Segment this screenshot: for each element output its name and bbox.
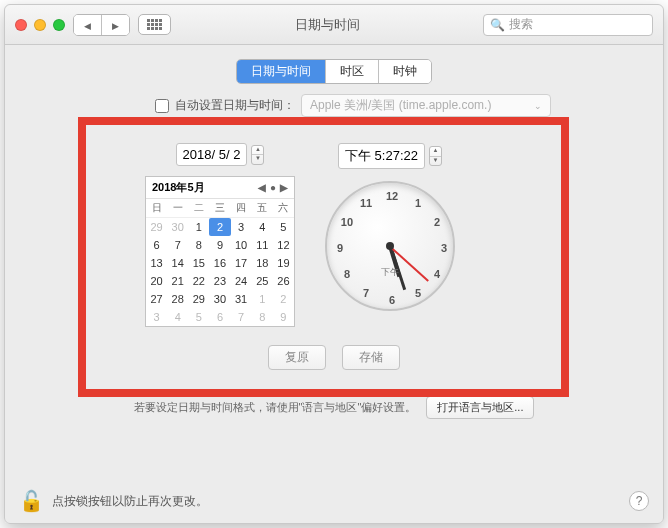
- dow-label: 二: [188, 199, 209, 218]
- cal-day[interactable]: 3: [231, 218, 252, 236]
- revert-button[interactable]: 复原: [268, 345, 326, 370]
- cal-day-next[interactable]: 9: [273, 308, 294, 326]
- format-hint: 若要设定日期与时间格式，请使用"语言与地区"偏好设置。: [134, 400, 417, 415]
- cal-day[interactable]: 9: [209, 236, 230, 254]
- cal-day[interactable]: 22: [188, 272, 209, 290]
- cal-day[interactable]: 12: [273, 236, 294, 254]
- calendar: 2018年5月 ◀ ● ▶ 日一二三四五六2930123456789101112…: [145, 176, 295, 327]
- cal-day[interactable]: 13: [146, 254, 167, 272]
- cal-day[interactable]: 15: [188, 254, 209, 272]
- cal-today-icon[interactable]: ●: [270, 182, 276, 193]
- cal-day-next[interactable]: 2: [273, 290, 294, 308]
- cal-day[interactable]: 10: [231, 236, 252, 254]
- open-language-region-button[interactable]: 打开语言与地区...: [426, 396, 534, 419]
- tab-datetime[interactable]: 日期与时间: [237, 60, 325, 83]
- cal-day[interactable]: 5: [273, 218, 294, 236]
- search-placeholder: 搜索: [509, 16, 533, 33]
- cal-day-prev[interactable]: 29: [146, 218, 167, 236]
- tab-timezone[interactable]: 时区: [325, 60, 378, 83]
- dow-label: 三: [209, 199, 230, 218]
- clock-pivot: [386, 242, 394, 250]
- cal-day[interactable]: 17: [231, 254, 252, 272]
- clock-number: 4: [434, 268, 440, 280]
- cal-day-next[interactable]: 7: [231, 308, 252, 326]
- zoom-icon[interactable]: [53, 19, 65, 31]
- step-up-icon: ▲: [430, 147, 441, 157]
- cal-day-next[interactable]: 8: [252, 308, 273, 326]
- clock-number: 2: [434, 216, 440, 228]
- dow-label: 四: [231, 199, 252, 218]
- auto-set-label: 自动设置日期与时间：: [175, 97, 295, 114]
- clock-number: 12: [386, 190, 398, 202]
- save-button[interactable]: 存储: [342, 345, 400, 370]
- clock-number: 1: [415, 197, 421, 209]
- time-field[interactable]: 下午 5:27:22: [338, 143, 425, 169]
- time-server-select[interactable]: Apple 美洲/美国 (time.apple.com.) ⌄: [301, 94, 551, 117]
- cal-day[interactable]: 1: [188, 218, 209, 236]
- cal-day[interactable]: 27: [146, 290, 167, 308]
- show-all-button[interactable]: [138, 14, 171, 35]
- tab-clock[interactable]: 时钟: [378, 60, 431, 83]
- window-title: 日期与时间: [179, 16, 475, 34]
- cal-day[interactable]: 31: [231, 290, 252, 308]
- cal-day[interactable]: 30: [209, 290, 230, 308]
- help-button[interactable]: ?: [629, 491, 649, 511]
- cal-day[interactable]: 24: [231, 272, 252, 290]
- date-stepper[interactable]: ▲▼: [251, 145, 264, 165]
- cal-day[interactable]: 29: [188, 290, 209, 308]
- analog-clock[interactable]: 下午 121234567891011: [325, 181, 455, 311]
- time-server-value: Apple 美洲/美国 (time.apple.com.): [310, 97, 491, 114]
- clock-number: 3: [441, 242, 447, 254]
- lock-icon[interactable]: 🔓: [19, 489, 44, 513]
- dow-label: 日: [146, 199, 167, 218]
- cal-day[interactable]: 25: [252, 272, 273, 290]
- step-down-icon: ▼: [430, 157, 441, 166]
- window-controls: [15, 19, 65, 31]
- clock-number: 10: [341, 216, 353, 228]
- dow-label: 六: [273, 199, 294, 218]
- dow-label: 一: [167, 199, 188, 218]
- chevron-down-icon: ⌄: [534, 101, 542, 111]
- search-icon: 🔍: [490, 18, 505, 32]
- step-down-icon: ▼: [252, 155, 263, 164]
- cal-prev-icon[interactable]: ◀: [258, 182, 266, 193]
- cal-day-next[interactable]: 5: [188, 308, 209, 326]
- cal-day[interactable]: 19: [273, 254, 294, 272]
- cal-day[interactable]: 4: [252, 218, 273, 236]
- cal-next-icon[interactable]: ▶: [280, 182, 288, 193]
- cal-day[interactable]: 6: [146, 236, 167, 254]
- clock-number: 5: [415, 287, 421, 299]
- ampm-label: 下午: [381, 266, 399, 279]
- back-button[interactable]: ◀: [74, 15, 101, 35]
- dow-label: 五: [252, 199, 273, 218]
- date-field[interactable]: 2018/ 5/ 2: [176, 143, 248, 166]
- clock-number: 6: [389, 294, 395, 306]
- cal-day[interactable]: 8: [188, 236, 209, 254]
- cal-day-next[interactable]: 6: [209, 308, 230, 326]
- cal-day-next[interactable]: 3: [146, 308, 167, 326]
- cal-day-prev[interactable]: 30: [167, 218, 188, 236]
- cal-day[interactable]: 14: [167, 254, 188, 272]
- close-icon[interactable]: [15, 19, 27, 31]
- cal-day-next[interactable]: 4: [167, 308, 188, 326]
- cal-day[interactable]: 26: [273, 272, 294, 290]
- cal-day[interactable]: 23: [209, 272, 230, 290]
- cal-day[interactable]: 20: [146, 272, 167, 290]
- auto-set-checkbox[interactable]: [155, 99, 169, 113]
- cal-day[interactable]: 18: [252, 254, 273, 272]
- clock-number: 7: [363, 287, 369, 299]
- cal-day[interactable]: 7: [167, 236, 188, 254]
- cal-day[interactable]: 28: [167, 290, 188, 308]
- clock-number: 8: [344, 268, 350, 280]
- minimize-icon[interactable]: [34, 19, 46, 31]
- time-stepper[interactable]: ▲▼: [429, 146, 442, 166]
- forward-button[interactable]: ▶: [101, 15, 129, 35]
- cal-day-next[interactable]: 1: [252, 290, 273, 308]
- cal-day[interactable]: 11: [252, 236, 273, 254]
- search-input[interactable]: 🔍 搜索: [483, 14, 653, 36]
- cal-day[interactable]: 21: [167, 272, 188, 290]
- lock-text: 点按锁按钮以防止再次更改。: [52, 493, 208, 510]
- cal-day[interactable]: 16: [209, 254, 230, 272]
- titlebar: ◀ ▶ 日期与时间 🔍 搜索: [5, 5, 663, 45]
- cal-day[interactable]: 2: [209, 218, 230, 236]
